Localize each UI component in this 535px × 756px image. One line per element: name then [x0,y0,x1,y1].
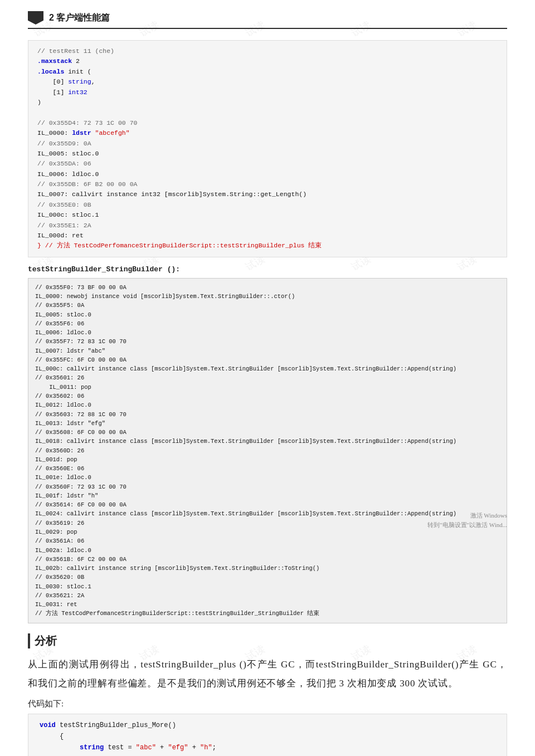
activation-notice: 激活 Windows 转到"电脑设置"以激活 Wind... [427,511,507,529]
analysis-body1: 从上面的测试用例得出，testStringBuilder_plus ()不产生 … [28,655,507,693]
chapter-title: 2 客户端性能篇 [49,12,110,24]
method2-title: testStringBuilder_StringBuilder (): [28,265,507,274]
activation-line2: 转到"电脑设置"以激活 Wind... [427,520,507,530]
chapter-header: 2 客户端性能篇 [28,11,507,29]
activation-line1: 激活 Windows [427,511,507,520]
il-code-block-method2: // 0x355F0: 73 BF 00 00 0A IL_0000: newo… [28,278,507,623]
void-code-block: void testStringBuilder_plus_More() { str… [28,714,507,756]
code-label: 代码如下: [28,699,507,709]
analysis-heading: 分析 [28,633,507,648]
code-block-top: // testRest 11 (che) .maxstack 2 .locals… [28,40,507,257]
chapter-icon [28,11,43,25]
